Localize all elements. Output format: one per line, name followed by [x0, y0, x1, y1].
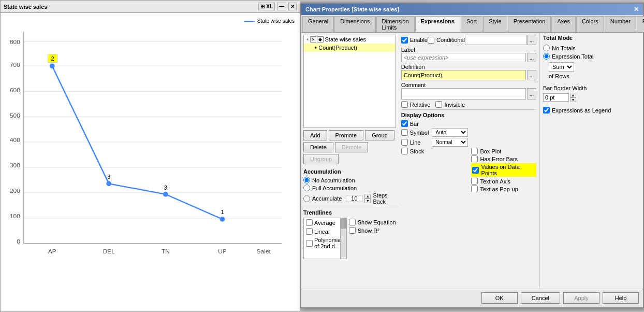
- tree-child-item[interactable]: + Count(Product): [304, 44, 396, 52]
- tree-icon-del[interactable]: ×: [310, 36, 316, 42]
- relative-checkbox[interactable]: [401, 101, 408, 108]
- show-equation-check[interactable]: [349, 219, 356, 225]
- text-on-axis-checkbox[interactable]: [471, 178, 478, 185]
- demote-button[interactable]: Demote: [335, 142, 369, 152]
- trendline-average-label: Average: [314, 220, 335, 226]
- conditional-input[interactable]: [465, 35, 527, 45]
- conditional-row: Conditional: [428, 35, 465, 45]
- expression-total-row: Expression Total: [543, 53, 640, 60]
- bar-border-input[interactable]: [543, 93, 569, 102]
- dialog-close-button[interactable]: ✕: [634, 6, 639, 13]
- tree-root-expand[interactable]: +: [306, 37, 309, 42]
- trendline-linear-check[interactable]: [306, 228, 313, 235]
- svg-text:AP: AP: [48, 248, 56, 256]
- legend-label: State wise sales: [257, 18, 295, 24]
- tree-icon-color[interactable]: ◆: [317, 36, 324, 42]
- box-plot-row: Box Plot: [471, 148, 536, 154]
- conditional-checkbox[interactable]: [428, 37, 434, 44]
- comment-section: Comment ...: [401, 82, 536, 100]
- steps-down-button[interactable]: ▼: [364, 198, 371, 203]
- bar-border-up[interactable]: ▲: [570, 93, 576, 97]
- tree-root-icons: × ◆: [310, 36, 323, 42]
- apply-button[interactable]: Apply: [563, 292, 599, 304]
- tab-general[interactable]: General: [302, 16, 334, 32]
- stock-label: Stock: [410, 148, 425, 154]
- comment-input[interactable]: [401, 88, 526, 100]
- steps-up-button[interactable]: ▲: [364, 194, 371, 198]
- tab-expressions[interactable]: Expressions: [415, 16, 460, 32]
- text-on-axis-label: Text on Axis: [480, 178, 510, 185]
- expression-total-label: Expression Total: [552, 53, 594, 60]
- definition-ellipsis[interactable]: ...: [527, 70, 536, 80]
- sum-select[interactable]: Sum: [549, 62, 574, 72]
- tab-colors[interactable]: Colors: [576, 16, 604, 32]
- scrollbar-thumb[interactable]: [341, 218, 347, 229]
- text-on-axis-row: Text on Axis: [471, 178, 536, 185]
- chart-svg: 800 700 600 500 400 300 200 100 0: [1, 26, 300, 310]
- close-chart-icon[interactable]: ✕: [288, 3, 297, 10]
- expression-action-buttons: Add Promote Group Delete Demote Ungroup: [303, 130, 396, 164]
- accumulate-radio[interactable]: [303, 195, 310, 202]
- svg-text:0: 0: [17, 238, 20, 245]
- tab-sort[interactable]: Sort: [461, 16, 482, 32]
- label-ellipsis[interactable]: ...: [527, 53, 536, 62]
- svg-text:500: 500: [10, 112, 20, 119]
- tree-child-expand[interactable]: +: [314, 45, 317, 50]
- right-main-panel: Enable Conditional ... Label: [398, 33, 539, 289]
- delete-button[interactable]: Delete: [303, 142, 333, 152]
- trendline-poly2-check[interactable]: [306, 240, 313, 247]
- full-accumulation-radio[interactable]: [303, 185, 310, 191]
- help-button[interactable]: Help: [603, 292, 639, 304]
- ok-button[interactable]: OK: [481, 292, 518, 304]
- ungroup-button[interactable]: Ungroup: [303, 154, 339, 164]
- tab-font[interactable]: Font: [637, 16, 644, 32]
- xl-icon[interactable]: ⊞ XL: [258, 3, 275, 10]
- show-r2-check[interactable]: [349, 227, 356, 234]
- line-checkbox[interactable]: [401, 139, 408, 146]
- expression-total-radio[interactable]: [543, 53, 550, 60]
- tab-dimension-limits[interactable]: Dimension Limits: [376, 16, 415, 32]
- conditional-ellipsis[interactable]: ...: [527, 35, 536, 45]
- no-accumulation-radio[interactable]: [303, 177, 310, 183]
- text-as-popup-checkbox[interactable]: [471, 186, 478, 192]
- symbol-checkbox[interactable]: [401, 129, 408, 136]
- relative-invisible-row: Relative Invisible: [401, 101, 536, 108]
- show-r2-label: Show R²: [358, 228, 379, 234]
- expressions-as-legend-checkbox[interactable]: [543, 107, 550, 114]
- tab-number[interactable]: Number: [605, 16, 636, 32]
- line-select[interactable]: Normal: [432, 138, 468, 147]
- stock-checkbox[interactable]: [401, 148, 408, 154]
- values-on-data-points-checkbox[interactable]: [472, 167, 479, 174]
- tab-dimensions[interactable]: Dimensions: [334, 16, 375, 32]
- svg-text:800: 800: [10, 38, 20, 46]
- relative-row: Relative: [401, 101, 431, 108]
- svg-point-21: [106, 181, 111, 186]
- promote-button[interactable]: Promote: [329, 130, 364, 140]
- label-input[interactable]: [401, 53, 526, 62]
- restore-icon[interactable]: —: [277, 3, 286, 10]
- cancel-button[interactable]: Cancel: [521, 292, 560, 304]
- trendline-average-check[interactable]: [306, 219, 313, 226]
- enable-checkbox[interactable]: [401, 37, 408, 44]
- box-plot-checkbox[interactable]: [471, 148, 478, 154]
- no-totals-radio[interactable]: [543, 45, 550, 51]
- error-bars-checkbox[interactable]: [471, 155, 478, 162]
- add-button[interactable]: Add: [303, 130, 327, 140]
- bar-border-down[interactable]: ▼: [570, 97, 576, 102]
- definition-value[interactable]: Count(Product): [401, 70, 526, 80]
- tab-style[interactable]: Style: [483, 16, 507, 32]
- tab-axes[interactable]: Axes: [551, 16, 575, 32]
- trendlines-scrollbar[interactable]: [340, 218, 346, 259]
- svg-text:600: 600: [10, 87, 20, 94]
- steps-input[interactable]: [346, 195, 362, 202]
- invisible-checkbox[interactable]: [435, 101, 442, 108]
- stock-row: Stock: [401, 148, 429, 154]
- comment-ellipsis[interactable]: ...: [527, 88, 536, 100]
- group-button[interactable]: Group: [365, 130, 394, 140]
- total-mode-title: Total Mode: [543, 35, 640, 41]
- symbol-select[interactable]: Auto: [432, 128, 468, 137]
- bar-checkbox[interactable]: [401, 120, 408, 127]
- tree-root-item[interactable]: + × ◆ State wise sales: [304, 35, 396, 44]
- tab-presentation[interactable]: Presentation: [508, 16, 551, 32]
- legend-line: [244, 21, 255, 22]
